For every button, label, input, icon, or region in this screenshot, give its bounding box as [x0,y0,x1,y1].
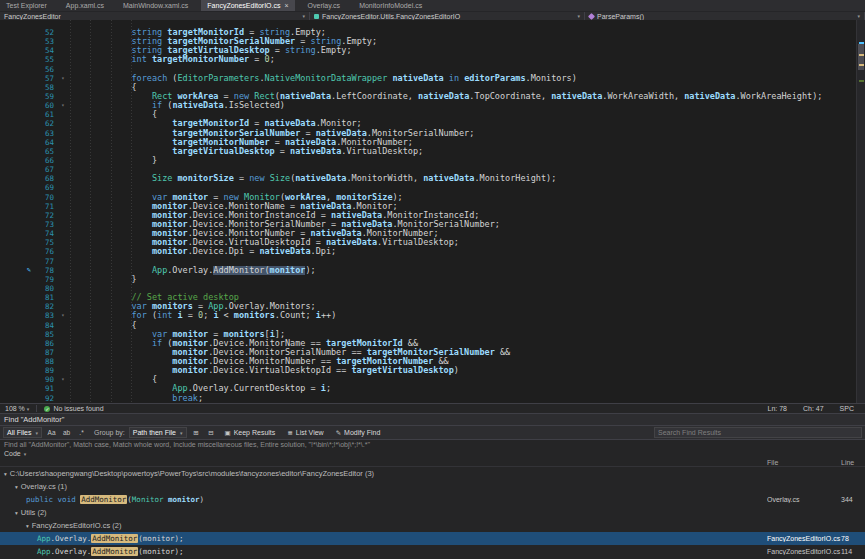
list-view-button[interactable]: ≣ List View [283,427,327,438]
gutter-margin[interactable] [0,202,34,211]
type-dropdown[interactable]: FancyZonesEditor.Utils.FancyZonesEditorI… [310,12,585,20]
match-case-icon[interactable]: Aa [46,427,57,438]
edit-pencil-icon[interactable]: ✎ [27,266,31,275]
gutter-margin[interactable] [0,302,34,311]
gutter-margin[interactable] [0,129,34,138]
zoom-dropdown[interactable]: 108 % ▾ [5,405,29,412]
result-group-row[interactable]: ▾Overlay.cs (1) [0,480,865,493]
member-dropdown[interactable]: ParseParams() ▾ [585,12,865,20]
gutter-margin[interactable] [0,211,34,220]
gutter-margin[interactable] [0,284,34,293]
spaces-indicator[interactable]: SPC [840,405,854,412]
code-line-87[interactable]: 87 monitor.Device.MonitorSerialNumber ==… [0,348,856,357]
gutter-margin[interactable] [0,28,34,37]
code-line-89[interactable]: 89 monitor.Device.VirtualDesktopId == ta… [0,366,856,375]
code-line-61[interactable]: 61 { [0,110,856,119]
gutter-margin[interactable] [0,238,34,247]
code-filter-dropdown[interactable]: Code ▾ [0,449,865,458]
fold-chevron-icon[interactable]: ▾ [56,375,70,384]
code-line-78[interactable]: ✎78 App.Overlay.AddMonitor(monitor); [0,266,856,275]
gutter-margin[interactable] [0,83,34,92]
code-line-63[interactable]: 63 targetMonitorSerialNumber = nativeDat… [0,129,856,138]
gutter-margin[interactable] [0,92,34,101]
gutter-margin[interactable] [0,366,34,375]
gutter-margin[interactable] [0,247,34,256]
gutter-margin[interactable] [0,119,34,128]
document-health[interactable]: ✓ No issues found [44,405,103,412]
collapse-all-icon[interactable]: ⊟ [206,427,217,438]
gutter-margin[interactable] [0,138,34,147]
code-line-83[interactable]: 83▾ for (int i = 0; i < monitors.Count; … [0,311,856,320]
code-line-77[interactable]: 77 [0,257,856,266]
code-line-72[interactable]: 72 monitor.Device.MonitorInstanceId = na… [0,211,856,220]
modify-find-button[interactable]: ✎ Modify Find [332,427,385,438]
column-header-line[interactable]: Line [841,459,865,466]
code-line-68[interactable]: 68 Size monitorSize = new Size(nativeDat… [0,174,856,183]
gutter-margin[interactable] [0,394,34,403]
gutter-margin[interactable] [0,293,34,302]
code-line-73[interactable]: 73 monitor.Device.MonitorSerialNumber = … [0,220,856,229]
code-line-58[interactable]: 58 { [0,83,856,92]
gutter-margin[interactable]: ✎ [0,266,34,275]
gutter-margin[interactable] [0,165,34,174]
gutter-margin[interactable] [0,384,34,393]
expander-icon[interactable]: ▾ [4,471,7,477]
code-line-57[interactable]: 57▾ foreach (EditorParameters.NativeMoni… [0,74,856,83]
gutter-margin[interactable] [0,55,34,64]
gutter-margin[interactable] [0,101,34,110]
expand-all-icon[interactable]: ⊞ [191,427,202,438]
expander-icon[interactable]: ▾ [26,523,29,529]
gutter-margin[interactable] [0,65,34,74]
fold-chevron-icon[interactable]: ▾ [56,74,70,83]
use-regex-icon[interactable]: .* [76,427,87,438]
fold-chevron-icon[interactable]: ▾ [56,101,70,110]
gutter-margin[interactable] [0,220,34,229]
column-header-file[interactable]: File [767,459,841,466]
gutter-margin[interactable] [0,147,34,156]
code-line-67[interactable]: 67 [0,165,856,174]
gutter-margin[interactable] [0,156,34,165]
result-row[interactable]: App.Overlay.AddMonitor(monitor);FancyZon… [0,532,865,545]
code-line-53[interactable]: 53 string targetMonitorSerialNumber = st… [0,37,856,46]
code-line-66[interactable]: 66 } [0,156,856,165]
gutter-margin[interactable] [0,183,34,192]
code-line-65[interactable]: 65 targetVirtualDesktop = nativeData.Vir… [0,147,856,156]
expander-icon[interactable]: ▾ [15,510,18,516]
scrollbar-thumb[interactable] [858,44,864,70]
gutter-margin[interactable] [0,257,34,266]
editor-scrollbar[interactable] [856,20,865,403]
code-line-55[interactable]: 55 int targetMonitorNumber = 0; [0,55,856,64]
gutter-margin[interactable] [0,375,34,384]
gutter-margin[interactable] [0,46,34,55]
tab-fancyzoneseditorio-cs[interactable]: FancyZonesEditorIO.cs× [201,0,294,11]
code-line-62[interactable]: 62 targetMonitorId = nativeData.Monitor; [0,119,856,128]
code-line-88[interactable]: 88 monitor.Device.MonitorNumber == targe… [0,357,856,366]
match-whole-word-icon[interactable]: ab [61,427,72,438]
gutter-margin[interactable] [0,330,34,339]
gutter-margin[interactable] [0,74,34,83]
code-line-76[interactable]: 76 monitor.Device.Dpi = nativeData.Dpi; [0,247,856,256]
tab-monitorinfomodel-cs[interactable]: MonitorInfoModel.cs [353,0,428,11]
tab-overlay-cs[interactable]: Overlay.cs [302,0,347,11]
result-group-row[interactable]: ▾C:\Users\shaopengwang\Desktop\powertoys… [0,467,865,480]
find-results-title[interactable]: Find "AddMonitor" [0,414,865,425]
code-line-69[interactable]: 69 [0,183,856,192]
code-line-52[interactable]: 52 string targetMonitorId = string.Empty… [0,28,856,37]
gutter-margin[interactable] [0,37,34,46]
code-line-82[interactable]: 82 var monitors = App.Overlay.Monitors; [0,302,856,311]
code-line-71[interactable]: 71 monitor.Device.MonitorName = nativeDa… [0,202,856,211]
code-line-74[interactable]: 74 monitor.Device.MonitorNumber = native… [0,229,856,238]
code-line-59[interactable]: 59 Rect workArea = new Rect(nativeData.L… [0,92,856,101]
code-line-81[interactable]: 81 // Set active desktop [0,293,856,302]
gutter-margin[interactable] [0,321,34,330]
code-line-54[interactable]: 54 string targetVirtualDesktop = string.… [0,46,856,55]
code-editor[interactable]: 52 string targetMonitorId = string.Empty… [0,20,865,403]
code-line-56[interactable]: 56 [0,65,856,74]
expander-icon[interactable]: ▾ [15,484,18,490]
close-icon[interactable]: × [284,2,288,9]
tab-test-explorer[interactable]: Test Explorer [0,0,53,11]
result-group-row[interactable]: ▾Utils (2) [0,506,865,519]
gutter-margin[interactable] [0,110,34,119]
keep-results-button[interactable]: ▣ Keep Results [221,427,280,438]
gutter-margin[interactable] [0,357,34,366]
